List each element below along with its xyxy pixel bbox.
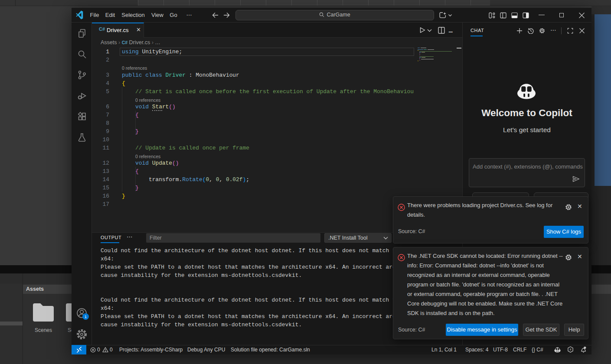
svg-text:#: # xyxy=(570,348,572,351)
